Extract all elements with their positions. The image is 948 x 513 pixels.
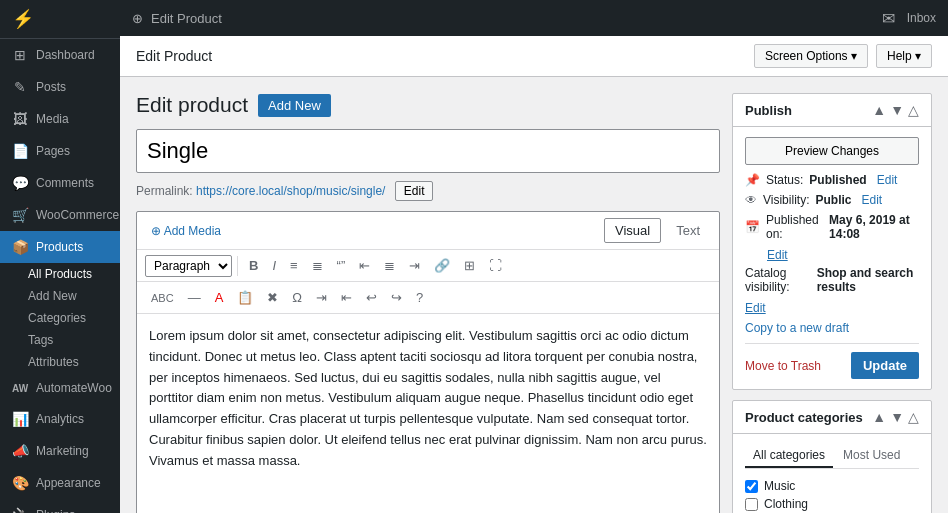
- plus-icon: ⊕: [151, 224, 161, 238]
- dashboard-icon: ⊞: [12, 47, 28, 63]
- unordered-list-button[interactable]: ≣: [306, 254, 329, 277]
- align-left-button[interactable]: ⇤: [353, 254, 376, 277]
- product-title-input[interactable]: [136, 129, 720, 173]
- table-button[interactable]: ⊞: [458, 254, 481, 277]
- cat-item-music: Music: [745, 477, 919, 495]
- catalog-edit-link[interactable]: Edit: [745, 301, 766, 315]
- move-trash-link[interactable]: Move to Trash: [745, 359, 821, 373]
- appearance-icon: 🎨: [12, 475, 28, 491]
- tab-most-used[interactable]: Most Used: [835, 444, 908, 468]
- collapse-toggle-icon[interactable]: △: [908, 102, 919, 118]
- clear-format-button[interactable]: ✖: [261, 286, 284, 309]
- help-button[interactable]: Help ▾: [876, 44, 932, 68]
- redo-button[interactable]: ↪: [385, 286, 408, 309]
- permalink-link[interactable]: https://core.local/shop/music/single/: [196, 184, 385, 198]
- copy-draft-link[interactable]: Copy to a new draft: [745, 321, 919, 335]
- topbar: ⊕ Edit Product ✉ Inbox: [120, 0, 948, 36]
- cat-checkbox-clothing[interactable]: [745, 498, 758, 511]
- update-button[interactable]: Update: [851, 352, 919, 379]
- collapse-down-icon[interactable]: ▼: [890, 409, 904, 425]
- catalog-label: Catalog visibility:: [745, 266, 811, 294]
- blockquote-button[interactable]: “”: [331, 254, 352, 277]
- publish-box: Publish ▲ ▼ △ Preview Changes 📌 Status: …: [732, 93, 932, 390]
- add-new-button[interactable]: Add New: [258, 94, 331, 117]
- link-button[interactable]: 🔗: [428, 254, 456, 277]
- collapse-down-icon[interactable]: ▼: [890, 102, 904, 118]
- categories-box-header: Product categories ▲ ▼ △: [733, 401, 931, 434]
- editor-toolbar-row2: ABC — A 📋 ✖ Ω ⇥ ⇤ ↩ ↪ ?: [137, 282, 719, 314]
- sidebar-sub-all-products[interactable]: All Products: [0, 263, 120, 285]
- pages-icon: 📄: [12, 143, 28, 159]
- bold-button[interactable]: B: [243, 254, 264, 277]
- ordered-list-button[interactable]: ≡: [284, 254, 304, 277]
- sidebar-item-dashboard[interactable]: ⊞ Dashboard: [0, 39, 120, 71]
- align-right-button[interactable]: ⇥: [403, 254, 426, 277]
- screen-options-button[interactable]: Screen Options ▾: [754, 44, 868, 68]
- sidebar-item-appearance[interactable]: 🎨 Appearance: [0, 467, 120, 499]
- sidebar-item-posts[interactable]: ✎ Posts: [0, 71, 120, 103]
- sidebar-item-label: Marketing: [36, 444, 89, 458]
- visibility-edit-link[interactable]: Edit: [861, 193, 882, 207]
- status-edit-link[interactable]: Edit: [877, 173, 898, 187]
- sidebar-item-label: AutomateWoo: [36, 381, 112, 395]
- right-column: Publish ▲ ▼ △ Preview Changes 📌 Status: …: [732, 93, 932, 497]
- strikethrough-button[interactable]: ABC: [145, 288, 180, 308]
- categories-box-title: Product categories: [745, 410, 863, 425]
- sidebar-sub-categories[interactable]: Categories: [0, 307, 120, 329]
- help-keyboard-button[interactable]: ?: [410, 286, 429, 309]
- cat-checkbox-music[interactable]: [745, 480, 758, 493]
- publish-box-body: Preview Changes 📌 Status: Published Edit…: [733, 127, 931, 389]
- published-edit-link[interactable]: Edit: [767, 248, 788, 262]
- page-title: Edit product: [136, 93, 248, 117]
- align-center-button[interactable]: ≣: [378, 254, 401, 277]
- calendar-icon: 📅: [745, 220, 760, 234]
- editor-content[interactable]: Lorem ipsum dolor sit amet, consectetur …: [137, 314, 719, 513]
- sidebar-item-label: Plugins: [36, 508, 75, 513]
- expand-button[interactable]: ⛶: [483, 254, 508, 277]
- sidebar-sub-add-new[interactable]: Add New: [0, 285, 120, 307]
- add-media-button[interactable]: ⊕ Add Media: [145, 220, 227, 242]
- collapse-up-icon[interactable]: ▲: [872, 102, 886, 118]
- sidebar-sub-tags[interactable]: Tags: [0, 329, 120, 351]
- outdent-button[interactable]: ⇤: [335, 286, 358, 309]
- collapse-toggle-icon[interactable]: △: [908, 409, 919, 425]
- sidebar-logo: ⚡: [0, 0, 120, 39]
- cat-item-clothing: Clothing: [745, 495, 919, 513]
- sidebar-item-products[interactable]: 📦 Products: [0, 231, 120, 263]
- undo-button[interactable]: ↩: [360, 286, 383, 309]
- tab-all-categories[interactable]: All categories: [745, 444, 833, 468]
- sidebar-item-marketing[interactable]: 📣 Marketing: [0, 435, 120, 467]
- collapse-up-icon[interactable]: ▲: [872, 409, 886, 425]
- hr-button[interactable]: —: [182, 286, 207, 309]
- sidebar-item-woocommerce[interactable]: 🛒 WooCommerce: [0, 199, 120, 231]
- text-color-button[interactable]: A: [209, 286, 230, 309]
- editor-column: Edit product Add New Permalink: https://…: [136, 93, 720, 497]
- screen-options-label: Screen Options: [765, 49, 848, 63]
- omega-button[interactable]: Ω: [286, 286, 308, 309]
- status-value: Published: [809, 173, 866, 187]
- permalink-prefix: Permalink:: [136, 184, 193, 198]
- inbox-icon[interactable]: ✉: [882, 9, 895, 28]
- tab-visual-button[interactable]: Visual: [604, 218, 661, 243]
- analytics-icon: 📊: [12, 411, 28, 427]
- tab-text-button[interactable]: Text: [665, 218, 711, 243]
- italic-button[interactable]: I: [266, 254, 282, 277]
- sidebar-sub-attributes[interactable]: Attributes: [0, 351, 120, 373]
- sidebar-item-plugins[interactable]: 🔌 Plugins: [0, 499, 120, 513]
- sidebar-item-label: Pages: [36, 144, 70, 158]
- sidebar-item-media[interactable]: 🖼 Media: [0, 103, 120, 135]
- permalink-row: Permalink: https://core.local/shop/music…: [136, 181, 720, 201]
- catalog-row: Catalog visibility: Shop and search resu…: [745, 266, 919, 294]
- permalink-edit-button[interactable]: Edit: [395, 181, 434, 201]
- sidebar-item-automatewoo[interactable]: AW AutomateWoo: [0, 373, 120, 403]
- page-header-right: Screen Options ▾ Help ▾: [754, 44, 932, 68]
- paste-text-button[interactable]: 📋: [231, 286, 259, 309]
- sidebar-item-analytics[interactable]: 📊 Analytics: [0, 403, 120, 435]
- preview-changes-button[interactable]: Preview Changes: [745, 137, 919, 165]
- editor-body-text: Lorem ipsum dolor sit amet, consectetur …: [149, 328, 707, 468]
- sidebar-item-comments[interactable]: 💬 Comments: [0, 167, 120, 199]
- sidebar-item-pages[interactable]: 📄 Pages: [0, 135, 120, 167]
- indent-button[interactable]: ⇥: [310, 286, 333, 309]
- paragraph-select[interactable]: Paragraph: [145, 255, 232, 277]
- toolbar-separator: [237, 256, 238, 276]
